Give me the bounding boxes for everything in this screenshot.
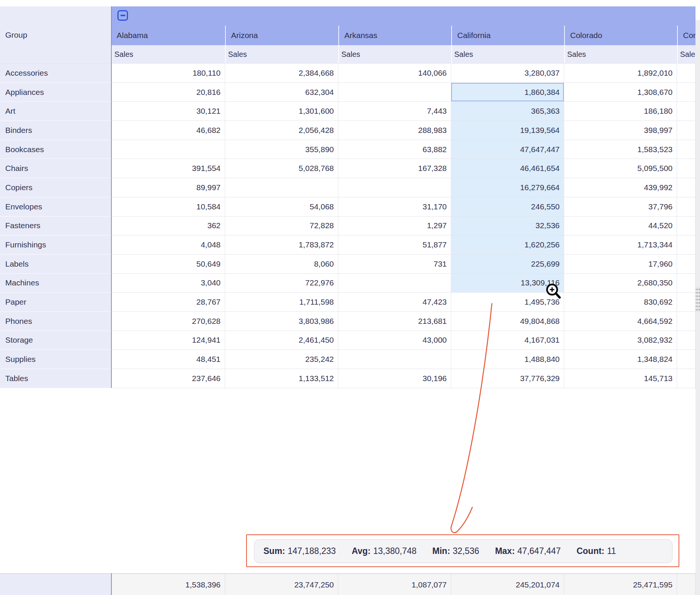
column-header-1[interactable]: Arizona <box>225 26 338 45</box>
row-header-cell[interactable]: Tables <box>0 369 111 388</box>
data-cell[interactable] <box>677 235 695 255</box>
data-cell[interactable]: 32,536 <box>451 217 564 236</box>
data-cell[interactable] <box>677 293 695 312</box>
data-cell[interactable]: 237,646 <box>111 369 225 388</box>
data-cell[interactable]: 30,196 <box>338 369 451 388</box>
data-cell[interactable]: 13,309,116 <box>451 274 564 293</box>
data-cell[interactable]: 398,997 <box>564 121 677 140</box>
data-cell[interactable]: 632,304 <box>225 83 338 102</box>
data-cell[interactable]: 47,423 <box>338 293 451 312</box>
data-cell[interactable]: 391,554 <box>111 159 225 178</box>
data-cell[interactable]: 16,279,664 <box>451 178 564 197</box>
data-cell[interactable]: 4,664,592 <box>564 312 677 331</box>
row-header-cell[interactable]: Envelopes <box>0 197 111 217</box>
data-cell[interactable]: 830,692 <box>564 293 677 312</box>
data-cell[interactable]: 731 <box>338 255 451 274</box>
data-cell[interactable]: 44,520 <box>564 217 677 236</box>
data-cell[interactable] <box>677 255 695 274</box>
data-cell[interactable]: 180,110 <box>111 64 225 83</box>
measure-header-0[interactable]: Sales <box>111 45 225 63</box>
measure-header-3[interactable]: Sales <box>451 45 564 63</box>
data-cell[interactable] <box>338 350 451 369</box>
data-cell[interactable]: 140,066 <box>338 64 451 83</box>
data-cell[interactable]: 51,877 <box>338 235 451 255</box>
row-header-cell[interactable]: Storage <box>0 331 111 350</box>
data-cell[interactable]: 3,280,037 <box>451 64 564 83</box>
measure-header-4[interactable]: Sales <box>564 45 677 63</box>
data-cell[interactable]: 54,068 <box>225 197 338 217</box>
row-header-cell[interactable]: Copiers <box>0 178 111 197</box>
data-cell[interactable]: 89,997 <box>111 178 225 197</box>
data-cell[interactable]: 1,308,670 <box>564 83 677 102</box>
data-cell[interactable]: 1,892,010 <box>564 64 677 83</box>
data-cell[interactable]: 1,620,256 <box>451 235 564 255</box>
data-cell[interactable]: 4,048 <box>111 235 225 255</box>
data-cell[interactable] <box>677 83 695 102</box>
data-cell[interactable]: 20,816 <box>111 83 225 102</box>
data-cell[interactable] <box>338 178 451 197</box>
data-cell[interactable]: 2,384,668 <box>225 64 338 83</box>
data-cell[interactable]: 186,180 <box>564 102 677 121</box>
data-cell[interactable] <box>677 159 695 178</box>
data-cell[interactable]: 145,713 <box>564 369 677 388</box>
row-header-cell[interactable]: Paper <box>0 293 111 312</box>
data-cell[interactable]: 1,711,598 <box>225 293 338 312</box>
data-cell[interactable]: 1,297 <box>338 217 451 236</box>
data-cell[interactable]: 3,040 <box>111 274 225 293</box>
data-cell[interactable] <box>677 64 695 83</box>
data-cell[interactable]: 288,983 <box>338 121 451 140</box>
column-header-2[interactable]: Arkansas <box>338 26 451 45</box>
data-cell[interactable]: 48,451 <box>111 350 225 369</box>
row-header-cell[interactable]: Bookcases <box>0 140 111 159</box>
row-header-cell[interactable]: Furnishings <box>0 235 111 255</box>
data-cell[interactable]: 28,767 <box>111 293 225 312</box>
data-cell[interactable]: 722,976 <box>225 274 338 293</box>
data-cell[interactable]: 46,682 <box>111 121 225 140</box>
data-cell[interactable]: 167,328 <box>338 159 451 178</box>
data-cell[interactable] <box>338 274 451 293</box>
row-header-cell[interactable]: Machines <box>0 274 111 293</box>
data-cell[interactable] <box>677 369 695 388</box>
data-cell[interactable]: 1,348,824 <box>564 350 677 369</box>
data-cell[interactable]: 49,804,868 <box>451 312 564 331</box>
data-cell[interactable]: 355,890 <box>225 140 338 159</box>
data-cell[interactable]: 3,803,986 <box>225 312 338 331</box>
data-cell[interactable] <box>677 312 695 331</box>
data-cell[interactable]: 2,461,450 <box>225 331 338 350</box>
measure-header-1[interactable]: Sales <box>225 45 338 63</box>
data-cell[interactable]: 1,488,840 <box>451 350 564 369</box>
data-cell[interactable]: 4,167,031 <box>451 331 564 350</box>
row-header-cell[interactable]: Accessories <box>0 64 111 83</box>
data-cell[interactable]: 17,960 <box>564 255 677 274</box>
column-header-0[interactable]: Alabama <box>111 26 225 45</box>
data-cell[interactable]: 47,647,447 <box>451 140 564 159</box>
data-cell[interactable]: 10,584 <box>111 197 225 217</box>
data-cell[interactable]: 1,713,344 <box>564 235 677 255</box>
data-cell[interactable]: 2,056,428 <box>225 121 338 140</box>
data-cell[interactable]: 270,628 <box>111 312 225 331</box>
row-header-cell[interactable]: Phones <box>0 312 111 331</box>
data-cell[interactable]: 235,242 <box>225 350 338 369</box>
row-header-cell[interactable]: Appliances <box>0 83 111 102</box>
data-cell[interactable] <box>677 197 695 217</box>
data-cell[interactable] <box>677 121 695 140</box>
data-cell[interactable] <box>677 178 695 197</box>
row-header-cell[interactable]: Fasteners <box>0 217 111 236</box>
row-header-cell[interactable]: Art <box>0 102 111 121</box>
data-cell[interactable] <box>677 217 695 236</box>
data-cell[interactable]: 63,882 <box>338 140 451 159</box>
collapse-minus-icon[interactable] <box>117 10 128 21</box>
vertical-scrollbar-thumb[interactable] <box>695 287 700 312</box>
data-cell[interactable]: 3,082,932 <box>564 331 677 350</box>
data-cell[interactable] <box>677 331 695 350</box>
data-cell[interactable]: 1,495,736 <box>451 293 564 312</box>
data-cell[interactable]: 50,649 <box>111 255 225 274</box>
data-cell[interactable]: 1,133,512 <box>225 369 338 388</box>
data-cell[interactable] <box>677 350 695 369</box>
measure-header-5[interactable]: Sales <box>677 45 695 63</box>
data-cell[interactable] <box>677 102 695 121</box>
data-cell[interactable]: 1,583,523 <box>564 140 677 159</box>
data-cell[interactable]: 1,301,600 <box>225 102 338 121</box>
data-cell[interactable]: 37,776,329 <box>451 369 564 388</box>
column-header-5[interactable]: Con <box>677 26 695 45</box>
